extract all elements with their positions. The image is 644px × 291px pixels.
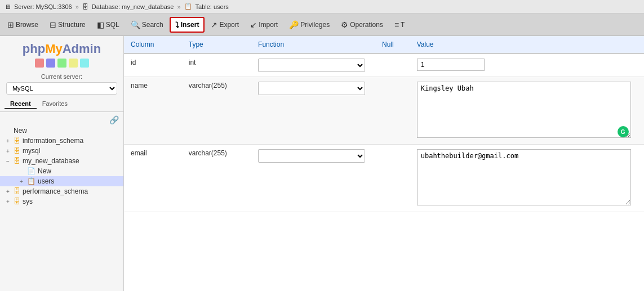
operations-button[interactable]: ⚙ Operations [336, 17, 388, 32]
search-icon: 🔍 [131, 20, 140, 29]
operations-icon: ⚙ [341, 20, 348, 29]
export-icon: ↗ [211, 20, 217, 29]
col-id: id [124, 53, 182, 77]
th-value: Value [410, 36, 644, 53]
tab-favorites[interactable]: Favorites [37, 99, 73, 109]
import-icon: ↙ [250, 20, 257, 29]
func-name [251, 77, 375, 145]
server-select[interactable]: MySQL [6, 82, 117, 95]
insert-table: Column Type Function Null Value id int [124, 36, 644, 212]
server-label: Current server: [0, 73, 123, 80]
content-area: Column Type Function Null Value id int [124, 36, 644, 291]
tree-item-information-schema[interactable]: + 🗄 information_schema [0, 136, 123, 146]
value-email: ubahthebuilder@gmail.com [410, 145, 644, 212]
function-select-email[interactable] [258, 149, 365, 163]
structure-button[interactable]: ⊟ Structure [45, 17, 91, 32]
db-child-users: users [38, 177, 54, 185]
tab-recent[interactable]: Recent [5, 99, 37, 109]
sql-button[interactable]: ◧ SQL [92, 17, 125, 32]
logo-icon-3 [57, 59, 66, 68]
table-row-name: name varchar(255) Kingsley Ubah G [124, 77, 644, 145]
table-icon-new: 📄 [27, 167, 35, 175]
link-icon: 🔗 [0, 114, 123, 126]
logo: phpMyAdmin [23, 42, 101, 56]
expand-perf: + [5, 189, 11, 195]
import-button[interactable]: ↙ Import [245, 17, 283, 32]
value-textarea-name[interactable]: Kingsley Ubah [417, 82, 631, 138]
db-name-mysql: mysql [23, 147, 40, 155]
db-icon-mydb: 🗄 [14, 157, 20, 165]
type-email: varchar(255) [182, 145, 251, 212]
insert-button[interactable]: ⤵ Insert [170, 17, 205, 33]
db-child-new: New [38, 167, 51, 175]
table-row-id: id int [124, 53, 644, 77]
func-id [251, 53, 375, 77]
th-null: Null [375, 36, 410, 53]
table-icon-users: 📋 [27, 177, 35, 185]
tree-item-sys[interactable]: + 🗄 sys [0, 196, 123, 207]
browse-icon: ⊞ [7, 20, 14, 29]
sep2: » [177, 3, 180, 10]
tree-item-performance-schema[interactable]: + 🗄 performance_schema [0, 186, 123, 196]
db-icon-info: 🗄 [14, 137, 20, 145]
grammarly-button-name[interactable]: G [618, 126, 629, 137]
logo-php: php [23, 42, 45, 56]
search-button[interactable]: 🔍 Search [126, 17, 168, 32]
db-name-info: information_schema [23, 137, 83, 145]
logo-admin: Admin [63, 42, 101, 56]
table-icon: 📋 [184, 3, 192, 10]
tree-item-mysql[interactable]: + 🗄 mysql [0, 146, 123, 156]
export-button[interactable]: ↗ Export [206, 17, 244, 32]
tree-item-new-root[interactable]: New [0, 126, 123, 136]
tree-item-my-new-database[interactable]: − 🗄 my_new_database [0, 156, 123, 166]
privileges-icon: 🔑 [289, 20, 299, 29]
th-type: Type [182, 36, 251, 53]
function-select-name[interactable] [258, 82, 365, 95]
db-breadcrumb: Database: my_new_database [92, 3, 174, 10]
logo-area: phpMyAdmin [0, 38, 123, 70]
sidebar: phpMyAdmin Current server: MySQL Recent … [0, 36, 124, 291]
server-breadcrumb: Server: MySQL:3306 [14, 3, 72, 10]
db-icon-mysql: 🗄 [14, 147, 20, 155]
null-email [375, 145, 410, 212]
th-function: Function [251, 36, 375, 53]
col-name: name [124, 77, 182, 145]
insert-icon: ⤵ [175, 20, 179, 29]
logo-icon-1 [35, 59, 44, 68]
toolbar: ⊞ Browse ⊟ Structure ◧ SQL 🔍 Search ⤵ In… [0, 14, 644, 36]
tracking-icon: ≡ [394, 20, 399, 29]
type-id: int [182, 53, 251, 77]
privileges-button[interactable]: 🔑 Privileges [284, 17, 335, 32]
value-id [410, 53, 644, 77]
db-icon-sys: 🗄 [14, 198, 20, 205]
tree-item-db-new[interactable]: 📄 New [0, 166, 123, 176]
sidebar-tabs: Recent Favorites [0, 97, 123, 112]
func-email [251, 145, 375, 212]
expand-mysql: + [5, 148, 11, 154]
db-name-perf: performance_schema [23, 187, 88, 195]
tracking-button[interactable]: ≡ T [389, 17, 410, 32]
structure-icon: ⊟ [50, 20, 56, 29]
value-input-id[interactable] [417, 59, 485, 71]
server-icon: 🖥 [5, 3, 11, 10]
logo-my: My [45, 42, 63, 56]
col-email: email [124, 145, 182, 212]
tree-item-users[interactable]: + 📋 users [0, 176, 123, 186]
logo-icon-2 [46, 59, 55, 68]
textarea-wrapper-name: Kingsley Ubah G [417, 82, 631, 140]
logo-icon-4 [69, 59, 78, 68]
function-select-id[interactable] [258, 59, 365, 72]
logo-icons [35, 59, 89, 68]
db-name-mydb: my_new_database [23, 157, 79, 165]
browse-button[interactable]: ⊞ Browse [2, 17, 43, 32]
type-name: varchar(255) [182, 77, 251, 145]
sql-icon: ◧ [97, 20, 104, 29]
expand-info: + [5, 138, 11, 144]
logo-icon-5 [80, 59, 89, 68]
null-name [375, 77, 410, 145]
value-textarea-email[interactable]: ubahthebuilder@gmail.com [417, 149, 631, 205]
table-row-email: email varchar(255) ubahthebuilder@gmail.… [124, 145, 644, 212]
expand-users: + [18, 178, 25, 185]
null-id [375, 53, 410, 77]
db-icon-perf: 🗄 [14, 187, 20, 195]
